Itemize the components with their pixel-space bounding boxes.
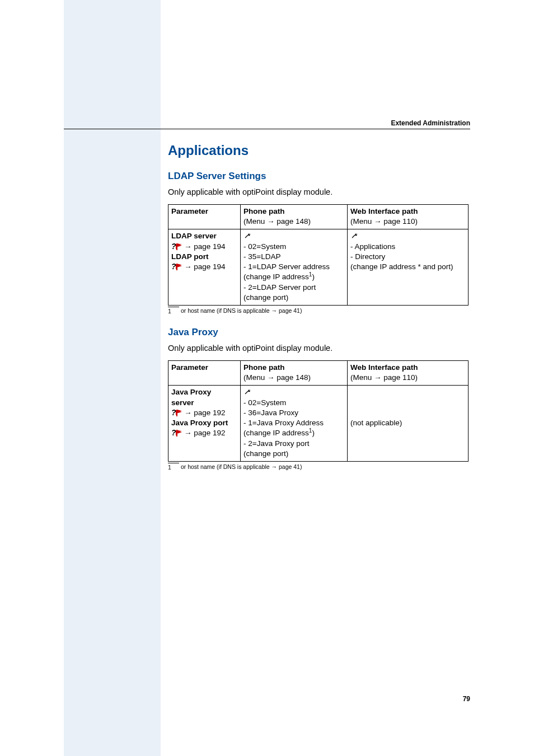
arrow-icon: → xyxy=(184,429,192,437)
th-web-path: Web Interface path (Menu → page 110) xyxy=(348,205,469,229)
th-web-label: Web Interface path xyxy=(350,363,418,372)
cell-parameter: LDAP server → page 194 LDAP port → page … xyxy=(168,229,241,306)
ldap-port-label: LDAP port xyxy=(171,252,209,261)
java-heading: Java Proxy xyxy=(168,327,470,338)
phone-l4-pre: (change IP address xyxy=(243,273,309,281)
arrow-icon: → xyxy=(271,307,278,314)
footnote-text-link[interactable]: page 41) xyxy=(277,307,302,314)
cell-web-path: - Applications - Directory (change IP ad… xyxy=(348,229,469,306)
cell-phone-path: - 02=System - 35=LDAP - 1=LDAP Server ad… xyxy=(241,229,348,306)
java-table: Parameter Phone path (Menu → page 148) W… xyxy=(168,360,469,462)
th-web-menu-link[interactable]: page 110) xyxy=(382,217,418,226)
phone-l2: - 36=Java Proxy xyxy=(243,408,298,417)
tool-icon xyxy=(350,232,358,240)
th-phone-menu-link[interactable]: page 148) xyxy=(275,373,311,382)
java-intro: Only applicable with optiPoint display m… xyxy=(168,344,470,353)
java-server-link[interactable]: page 192 xyxy=(192,408,226,417)
th-phone-path: Phone path (Menu → page 148) xyxy=(241,205,348,229)
footnote-number: 1 xyxy=(168,463,179,471)
th-web-label: Web Interface path xyxy=(350,207,418,215)
phone-l4-pre: (change IP address xyxy=(243,429,309,437)
ldap-table: Parameter Phone path (Menu → page 148) W… xyxy=(168,204,469,306)
th-parameter: Parameter xyxy=(168,360,241,385)
phone-l5: - 2=LDAP Server port xyxy=(243,283,316,292)
main-content: Applications LDAP Server Settings Only a… xyxy=(168,143,470,471)
ldap-server-label: LDAP server xyxy=(171,232,217,240)
th-phone-menu-prefix: (Menu xyxy=(243,373,267,382)
footnote-text-pre: or host name (if DNS is applicable xyxy=(181,463,271,470)
page-number: 79 xyxy=(463,695,470,703)
reference-flag-icon xyxy=(171,242,182,250)
th-phone-menu-link[interactable]: page 148) xyxy=(275,217,311,226)
ldap-port-link[interactable]: page 194 xyxy=(192,262,226,271)
th-web-path: Web Interface path (Menu → page 110) xyxy=(348,360,469,385)
table-row: Java Proxy server → page 192 Java Proxy … xyxy=(168,386,469,462)
cell-web-path: (not applicable) xyxy=(348,386,469,462)
web-na: (not applicable) xyxy=(350,419,402,427)
arrow-icon: → xyxy=(184,408,192,417)
header-rule xyxy=(64,129,470,129)
footnote-text-link[interactable]: page 41) xyxy=(277,463,302,470)
arrow-icon: → xyxy=(271,463,278,470)
phone-l3: - 1=LDAP Server address xyxy=(243,262,330,271)
reference-flag-icon xyxy=(171,429,182,436)
th-phone-menu-prefix: (Menu xyxy=(243,217,267,226)
phone-l6: (change port) xyxy=(243,449,288,458)
java-port-label: Java Proxy port xyxy=(171,419,228,427)
ldap-heading: LDAP Server Settings xyxy=(168,171,470,182)
phone-l4-post: ) xyxy=(312,273,315,281)
java-server-label-l1: Java Proxy xyxy=(171,388,211,396)
reference-flag-icon xyxy=(171,262,182,270)
th-phone-label: Phone path xyxy=(243,207,285,215)
th-web-menu-link[interactable]: page 110) xyxy=(382,373,418,382)
java-server-label-l2: server xyxy=(171,398,194,407)
ldap-intro: Only applicable with optiPoint display m… xyxy=(168,187,470,196)
applications-heading: Applications xyxy=(168,143,470,158)
arrow-icon: → xyxy=(374,373,382,382)
cell-parameter: Java Proxy server → page 192 Java Proxy … xyxy=(168,386,241,462)
th-phone-label: Phone path xyxy=(243,363,285,372)
th-web-menu-prefix: (Menu xyxy=(350,217,374,226)
phone-l2: - 35=LDAP xyxy=(243,252,280,261)
arrow-icon: → xyxy=(184,242,192,251)
phone-l4-post: ) xyxy=(312,429,315,437)
arrow-icon: → xyxy=(374,217,382,226)
java-port-link[interactable]: page 192 xyxy=(192,429,226,437)
phone-l1: - 02=System xyxy=(243,242,286,251)
arrow-icon: → xyxy=(267,373,275,382)
table-header-row: Parameter Phone path (Menu → page 148) W… xyxy=(168,205,469,229)
th-web-menu-prefix: (Menu xyxy=(350,373,374,382)
arrow-icon: → xyxy=(184,262,192,271)
phone-l3: - 1=Java Proxy Address xyxy=(243,419,324,427)
phone-l6: (change port) xyxy=(243,293,288,302)
table-row: LDAP server → page 194 LDAP port → page … xyxy=(168,229,469,306)
th-phone-path: Phone path (Menu → page 148) xyxy=(241,360,348,385)
tool-icon xyxy=(243,388,251,396)
web-l1: - Applications xyxy=(350,242,395,251)
cell-phone-path: - 02=System - 36=Java Proxy - 1=Java Pro… xyxy=(241,386,348,462)
ldap-footnote: 1 or host name (if DNS is applicable → p… xyxy=(168,307,470,314)
tool-icon xyxy=(243,232,251,240)
web-l2: - Directory xyxy=(350,252,385,261)
footnote-text-pre: or host name (if DNS is applicable xyxy=(181,307,271,314)
arrow-icon: → xyxy=(267,217,275,226)
footnote-number: 1 xyxy=(168,307,179,314)
web-l3: (change IP address * and port) xyxy=(350,262,453,271)
table-header-row: Parameter Phone path (Menu → page 148) W… xyxy=(168,360,469,385)
running-header: Extended Administration xyxy=(391,119,470,127)
java-footnote: 1 or host name (if DNS is applicable → p… xyxy=(168,463,470,471)
phone-l1: - 02=System xyxy=(243,398,286,407)
ldap-server-link[interactable]: page 194 xyxy=(192,242,226,251)
reference-flag-icon xyxy=(171,408,182,416)
left-sidebar xyxy=(64,0,161,756)
th-parameter: Parameter xyxy=(168,205,241,229)
phone-l5: - 2=Java Proxy port xyxy=(243,439,309,448)
